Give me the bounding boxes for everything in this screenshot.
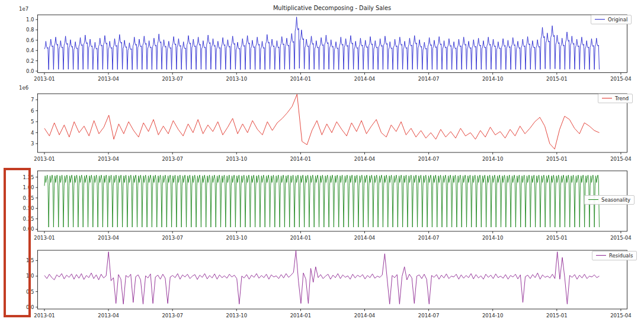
trend-xtick-label: 2015-04 bbox=[610, 156, 632, 162]
seasonality-xtick-label: 2014-01 bbox=[290, 235, 312, 241]
seasonality-xtick-label: 2014-04 bbox=[354, 235, 376, 241]
seasonality-xtick-label: 2015-04 bbox=[610, 235, 632, 241]
residuals-xtick-label: 2014-07 bbox=[418, 313, 440, 319]
seasonality-xtick-label: 2014-10 bbox=[482, 235, 504, 241]
legend-residuals: Residuals bbox=[592, 251, 637, 260]
residuals-xtick-label: 2015-01 bbox=[546, 313, 568, 319]
legend-residuals-label: Residuals bbox=[609, 253, 633, 259]
figure-title: Multiplicative Decomposing - Daily Sales bbox=[37, 5, 627, 11]
seasonality-xtick-label: 2013-04 bbox=[98, 235, 119, 241]
residuals-xtick-label: 2015-04 bbox=[610, 313, 632, 319]
seasonality-xtick-label: 2013-10 bbox=[226, 235, 248, 241]
residuals-xtick-label: 2013-04 bbox=[98, 313, 119, 319]
original-ytick-label: 1.0 bbox=[26, 17, 34, 23]
residuals-xtick-label: 2014-04 bbox=[354, 313, 376, 319]
original-ytick-label: 0.2 bbox=[26, 58, 34, 64]
original-xtick-label: 2014-07 bbox=[418, 76, 440, 82]
seasonality-xtick-label: 2013-07 bbox=[162, 235, 183, 241]
trend-xtick-label: 2013-07 bbox=[162, 156, 183, 162]
trend-ytick-label: 3 bbox=[31, 141, 34, 147]
original-ytick-label: 0.6 bbox=[26, 37, 34, 43]
y-offset-label-original: 1e7 bbox=[19, 6, 28, 12]
legend-seasonality-label: Seasonality bbox=[601, 198, 630, 203]
trend-xtick-label: 2015-01 bbox=[546, 156, 568, 162]
decomposition-figure: Multiplicative Decomposing - Daily Sales… bbox=[0, 0, 644, 328]
legend-trend-label: Trend bbox=[615, 96, 629, 101]
original-xtick-label: 2014-04 bbox=[354, 76, 376, 82]
trend-line bbox=[44, 94, 600, 149]
original-xtick-label: 2013-10 bbox=[226, 76, 248, 82]
original-xtick-label: 2013-01 bbox=[34, 76, 55, 82]
original-xtick-label: 2013-04 bbox=[98, 76, 119, 82]
original-line bbox=[44, 17, 600, 70]
original-ytick-label: 0.0 bbox=[26, 68, 34, 74]
residuals-line bbox=[44, 251, 600, 304]
seasonality-plot-border bbox=[38, 171, 627, 231]
highlight-rectangle bbox=[4, 168, 31, 317]
seasonality-xtick-label: 2015-01 bbox=[546, 235, 568, 241]
original-legend-line-icon bbox=[595, 19, 605, 20]
residuals-legend-line-icon bbox=[596, 255, 606, 256]
residuals-xtick-label: 2013-10 bbox=[226, 313, 248, 319]
trend-ytick-label: 6 bbox=[31, 108, 34, 114]
legend-trend: Trend bbox=[598, 94, 633, 103]
legend-original: Original bbox=[591, 15, 632, 24]
residuals-xtick-label: 2014-01 bbox=[290, 313, 312, 319]
trend-plot-border bbox=[38, 94, 627, 152]
legend-seasonality: Seasonality bbox=[584, 195, 635, 205]
original-ytick-label: 0.4 bbox=[26, 47, 34, 53]
residuals-plot-border bbox=[38, 250, 627, 309]
original-plot-border bbox=[38, 15, 627, 73]
original-xtick-label: 2014-01 bbox=[290, 76, 312, 82]
y-offset-label-trend: 1e6 bbox=[19, 85, 28, 91]
trend-ytick-label: 4 bbox=[31, 130, 34, 136]
original-xtick-label: 2014-10 bbox=[482, 76, 504, 82]
trend-ytick-label: 7 bbox=[31, 97, 34, 103]
original-ytick-label: 0.8 bbox=[26, 27, 34, 33]
trend-xtick-label: 2013-10 bbox=[226, 156, 248, 162]
trend-ytick-label: 5 bbox=[31, 119, 34, 125]
residuals-xtick-label: 2014-10 bbox=[482, 313, 504, 319]
trend-xtick-label: 2014-04 bbox=[354, 156, 376, 162]
original-xtick-label: 2015-01 bbox=[546, 76, 568, 82]
original-xtick-label: 2015-04 bbox=[610, 76, 632, 82]
residuals-xtick-label: 2013-01 bbox=[34, 313, 55, 319]
trend-xtick-label: 2014-01 bbox=[290, 156, 312, 162]
seasonality-legend-line-icon bbox=[588, 199, 598, 200]
trend-xtick-label: 2013-04 bbox=[98, 156, 119, 162]
trend-legend-line-icon bbox=[602, 98, 612, 98]
original-xtick-label: 2013-07 bbox=[162, 76, 183, 82]
residuals-xtick-label: 2013-07 bbox=[162, 313, 183, 319]
charts-canvas: 2013-012013-042013-072013-102014-012014-… bbox=[0, 0, 644, 328]
trend-xtick-label: 2013-01 bbox=[34, 156, 55, 162]
trend-xtick-label: 2014-07 bbox=[418, 156, 440, 162]
trend-xtick-label: 2014-10 bbox=[482, 156, 504, 162]
seasonality-line bbox=[44, 175, 600, 227]
seasonality-xtick-label: 2013-01 bbox=[34, 235, 55, 241]
seasonality-xtick-label: 2014-07 bbox=[418, 235, 440, 241]
legend-original-label: Original bbox=[608, 17, 627, 23]
